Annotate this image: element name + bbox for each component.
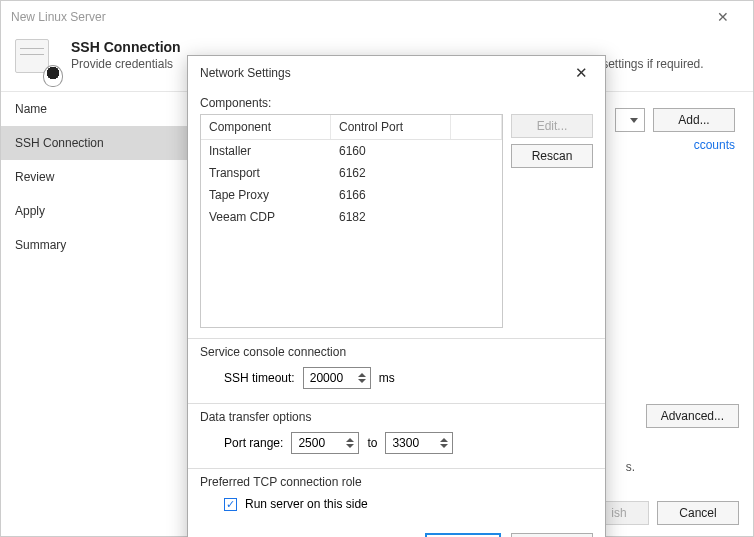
tcp-role-section: Preferred TCP connection role	[200, 475, 593, 489]
table-row[interactable]: Tape Proxy6166	[201, 184, 502, 206]
ssh-timeout-input[interactable]	[304, 368, 354, 388]
ssh-timeout-unit: ms	[379, 371, 395, 385]
modal-cancel-button[interactable]: Cancel	[511, 533, 593, 537]
step-up-icon[interactable]	[440, 438, 448, 442]
wizard-window: New Linux Server ✕ SSH Connection Provid…	[0, 0, 754, 537]
data-transfer-section: Data transfer options	[200, 410, 593, 424]
network-settings-dialog: Network Settings ✕ Components: Component…	[187, 55, 606, 537]
cell-port: 6160	[331, 140, 451, 162]
ssh-timeout-stepper[interactable]	[303, 367, 371, 389]
step-up-icon[interactable]	[358, 373, 366, 377]
col-component[interactable]: Component	[201, 115, 331, 139]
table-row[interactable]: Installer6160	[201, 140, 502, 162]
port-from-stepper[interactable]	[291, 432, 359, 454]
dialog-title: Network Settings	[200, 66, 291, 80]
components-table: Component Control Port Installer6160Tran…	[200, 114, 503, 328]
service-console-section: Service console connection	[200, 345, 593, 359]
step-down-icon[interactable]	[358, 379, 366, 383]
ok-button[interactable]: OK	[425, 533, 501, 537]
step-down-icon[interactable]	[440, 444, 448, 448]
dialog-close-icon[interactable]: ✕	[569, 64, 593, 82]
table-row[interactable]: Transport6162	[201, 162, 502, 184]
run-server-checkbox[interactable]	[224, 498, 237, 511]
port-range-label: Port range:	[224, 436, 283, 450]
col-control-port[interactable]: Control Port	[331, 115, 451, 139]
port-to-input[interactable]	[386, 433, 436, 453]
cell-component: Transport	[201, 162, 331, 184]
cell-component: Veeam CDP	[201, 206, 331, 228]
run-server-label: Run server on this side	[245, 497, 368, 511]
table-row[interactable]: Veeam CDP6182	[201, 206, 502, 228]
cell-port: 6166	[331, 184, 451, 206]
step-down-icon[interactable]	[346, 444, 354, 448]
port-from-input[interactable]	[292, 433, 342, 453]
cell-port: 6182	[331, 206, 451, 228]
cell-component: Installer	[201, 140, 331, 162]
step-up-icon[interactable]	[346, 438, 354, 442]
edit-button: Edit...	[511, 114, 593, 138]
port-to-label: to	[367, 436, 377, 450]
components-label: Components:	[200, 96, 593, 110]
cell-port: 6162	[331, 162, 451, 184]
port-to-stepper[interactable]	[385, 432, 453, 454]
cell-component: Tape Proxy	[201, 184, 331, 206]
ssh-timeout-label: SSH timeout:	[224, 371, 295, 385]
rescan-button[interactable]: Rescan	[511, 144, 593, 168]
